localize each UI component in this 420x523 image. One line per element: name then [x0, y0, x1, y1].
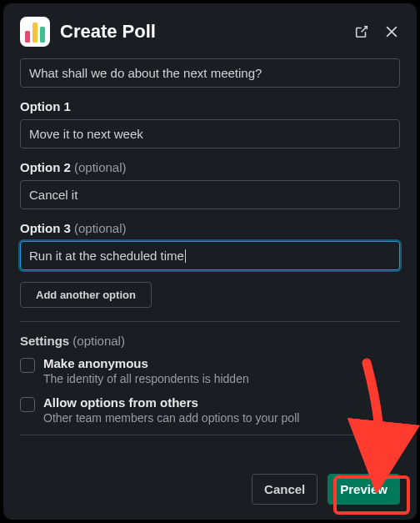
preview-button[interactable]: Preview	[328, 474, 400, 505]
text-cursor	[185, 249, 186, 263]
close-icon[interactable]	[383, 23, 400, 40]
open-external-icon[interactable]	[353, 23, 370, 40]
checkbox-text: Make anonymous The identity of all respo…	[43, 356, 400, 385]
modal-footer: Cancel Preview	[3, 462, 417, 520]
option-2-input[interactable]: Cancel it	[20, 180, 400, 209]
option-2-label: Option 2 (optional)	[20, 160, 400, 174]
anonymous-desc: The identity of all respondents is hidde…	[43, 372, 400, 385]
setting-allow-others: Allow options from others Other team mem…	[20, 395, 400, 425]
option-optional-text: (optional)	[74, 160, 127, 174]
settings-label: Settings (optional)	[20, 334, 400, 348]
setting-anonymous: Make anonymous The identity of all respo…	[20, 356, 400, 385]
modal-title: Create Poll	[60, 21, 343, 43]
option-3-label: Option 3 (optional)	[20, 221, 400, 235]
option-1-label: Option 1	[20, 99, 400, 113]
poll-question-input[interactable]: What shall we do about the next meeting?	[20, 58, 400, 88]
cancel-button[interactable]: Cancel	[252, 474, 318, 505]
divider	[20, 435, 400, 435]
checkbox-text: Allow options from others Other team mem…	[43, 395, 400, 425]
option-3-input[interactable]: Run it at the scheduled time	[20, 241, 400, 270]
checkbox-anonymous[interactable]	[20, 358, 35, 373]
allow-others-desc: Other team members can add options to yo…	[43, 411, 400, 425]
option-label-text: Option 2	[20, 160, 71, 174]
divider	[20, 321, 400, 322]
option-3-value: Run it at the scheduled time	[29, 249, 184, 263]
add-option-button[interactable]: Add another option	[20, 282, 152, 308]
modal-body: What shall we do about the next meeting?…	[3, 58, 417, 462]
settings-label-text: Settings	[20, 334, 69, 348]
checkbox-allow-others[interactable]	[20, 397, 35, 412]
header-actions	[353, 23, 400, 40]
modal-header: Create Poll	[3, 3, 417, 58]
poll-app-icon	[20, 17, 50, 47]
option-optional-text: (optional)	[74, 221, 127, 235]
create-poll-modal: Create Poll What shall we do about the n…	[3, 3, 417, 520]
option-label-text: Option 3	[20, 221, 71, 235]
settings-optional-text: (optional)	[72, 334, 125, 348]
option-label-text: Option 1	[20, 99, 71, 113]
anonymous-title: Make anonymous	[43, 356, 400, 370]
option-1-input[interactable]: Move it to next week	[20, 119, 400, 148]
allow-others-title: Allow options from others	[43, 395, 400, 410]
